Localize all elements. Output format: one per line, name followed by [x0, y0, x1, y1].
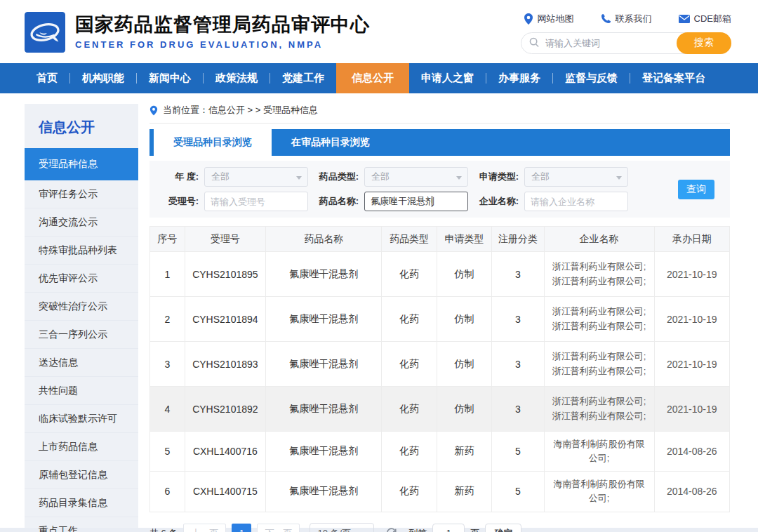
refresh-icon[interactable]	[385, 527, 397, 532]
sidebar-item-marketed-drugs[interactable]: 上市药品信息	[25, 433, 138, 461]
sidebar-item-review-tasks[interactable]: 审评任务公示	[25, 180, 138, 208]
cell-reg-class: 3	[492, 252, 544, 297]
cell-drug-type: 化药	[382, 342, 437, 387]
brand-text: 国家药品监督管理局药品审评中心 CENTER FOR DRUG EVALUATI…	[75, 13, 370, 49]
page-size-select[interactable]: 10 条/页	[310, 523, 374, 532]
goto-confirm-button[interactable]: 确定	[485, 524, 521, 532]
site-search-button[interactable]: 搜索	[677, 32, 731, 54]
year-label: 年 度:	[152, 171, 199, 183]
table-row[interactable]: 2 CYHS2101894 氟康唑干混悬剂 化药 仿制 3 浙江普利药业有限公司…	[150, 297, 730, 342]
filter-acceptance-no: 受理号:	[152, 192, 312, 211]
table-header-row: 序号 受理号 药品名称 药品类型 申请类型 注册分类 企业名称 承办日期	[150, 227, 730, 252]
tab-under-review-catalog[interactable]: 在审品种目录浏览	[272, 129, 390, 156]
drug-name-input[interactable]	[364, 192, 468, 211]
table-row[interactable]: 5 CXHL1400716 氟康唑干混悬剂 化药 新药 5 海南普利制药股份有限…	[150, 432, 730, 472]
query-button[interactable]: 查询	[678, 180, 714, 199]
results-table: 序号 受理号 药品名称 药品类型 申请类型 注册分类 企业名称 承办日期 1 C…	[149, 226, 730, 512]
cell-drug-name: 氟康唑干混悬剂	[266, 297, 382, 342]
page-size-value: 10 条/页	[317, 527, 351, 532]
cell-reg-class: 5	[492, 432, 544, 472]
tab-accepted-catalog[interactable]: 受理品种目录浏览	[154, 129, 272, 156]
sidebar-item-special-approval[interactable]: 特殊审批品种列表	[25, 237, 138, 265]
sidebar-item-drug-catalog[interactable]: 药品目录集信息	[25, 489, 138, 517]
year-select[interactable]: 全部	[204, 167, 308, 187]
drug-type-select[interactable]: 全部	[364, 167, 468, 187]
nav-item-home[interactable]: 首页	[25, 63, 69, 93]
sidebar-item-key-work[interactable]: 重点工作	[25, 517, 138, 532]
sidebar: 信息公开 受理品种信息 审评任务公示 沟通交流公示 特殊审批品种列表 优先审评公…	[25, 104, 138, 528]
chevron-down-icon	[456, 176, 462, 180]
cde-mail-label: CDE邮箱	[694, 13, 731, 25]
cde-mail-link[interactable]: CDE邮箱	[679, 13, 731, 25]
cell-drug-type: 化药	[382, 297, 437, 342]
cell-reg-class: 3	[492, 387, 544, 432]
nav-item-supervision[interactable]: 监督与反馈	[553, 63, 630, 93]
cell-acceptance-no: CXHL1400716	[185, 432, 266, 472]
cell-date: 2014-08-26	[654, 432, 729, 472]
cell-company: 浙江普利药业有限公司;浙江普利药业有限公司;	[544, 297, 654, 342]
chevron-down-icon	[361, 528, 369, 532]
chevron-down-icon	[296, 176, 302, 180]
nav-item-registration-platform[interactable]: 登记备案平台	[630, 63, 717, 93]
top-header: 国家药品监督管理局药品审评中心 CENTER FOR DRUG EVALUATI…	[0, 0, 758, 63]
table-row[interactable]: 1 CYHS2101895 氟康唑干混悬剂 化药 仿制 3 浙江普利药业有限公司…	[150, 252, 730, 297]
breadcrumb: 当前位置：信息公开 > > 受理品种信息	[149, 104, 730, 124]
nav-item-party[interactable]: 党建工作	[270, 63, 336, 93]
chevron-down-icon	[616, 176, 622, 180]
text-cursor	[432, 196, 432, 207]
apply-type-select-value: 全部	[531, 171, 550, 183]
contact-label: 联系我们	[616, 13, 652, 25]
nav-item-policy[interactable]: 政策法规	[204, 63, 270, 93]
next-page-button[interactable]: 下一页	[257, 524, 300, 532]
content: 信息公开 受理品种信息 审评任务公示 沟通交流公示 特殊审批品种列表 优先审评公…	[0, 93, 758, 528]
location-pin-icon	[149, 105, 158, 116]
sitemap-link[interactable]: 网站地图	[524, 13, 574, 25]
cell-index: 4	[150, 387, 185, 432]
filter-panel: 年 度: 全部 药品类型: 全部 申请类型:	[149, 161, 730, 218]
sidebar-item-clinical-trial-license[interactable]: 临床试验默示许可	[25, 405, 138, 433]
goto-page-input[interactable]	[432, 524, 465, 532]
search-icon	[529, 37, 540, 51]
cell-acceptance-no: CYHS2101892	[185, 387, 266, 432]
cell-date: 2021-10-19	[654, 252, 729, 297]
page-number-1[interactable]: 1	[232, 524, 251, 532]
nav-item-applicant[interactable]: 申请人之窗	[409, 63, 486, 93]
drug-type-label: 药品类型:	[312, 171, 359, 183]
drug-name-label: 药品名称:	[312, 195, 359, 208]
cde-swan-logo-icon	[25, 12, 65, 53]
sidebar-item-excipients-registration[interactable]: 原辅包登记信息	[25, 461, 138, 489]
cell-reg-class: 3	[492, 297, 544, 342]
col-apply-type: 申请类型	[437, 227, 491, 252]
main-nav: 首页 机构职能 新闻中心 政策法规 党建工作 信息公开 申请人之窗 办事服务 监…	[0, 63, 758, 93]
filter-company: 企业名称:	[472, 192, 632, 211]
main-panel: 当前位置：信息公开 > > 受理品种信息 受理品种目录浏览 在审品种目录浏览 年…	[149, 104, 730, 528]
mail-icon	[679, 15, 690, 23]
table-row-highlighted[interactable]: 4 CYHS2101892 氟康唑干混悬剂 化药 仿制 3 浙江普利药业有限公司…	[150, 387, 730, 432]
table-row[interactable]: 6 CXHL1400715 氟康唑干混悬剂 化药 新药 5 海南普利制药股份有限…	[150, 472, 730, 512]
prev-page-button[interactable]: 上一页	[183, 524, 226, 532]
cell-company: 浙江普利药业有限公司;浙江普利药业有限公司;	[544, 252, 654, 297]
sidebar-item-three-in-one[interactable]: 三合一序列公示	[25, 321, 138, 349]
col-date: 承办日期	[654, 227, 729, 252]
acceptance-no-input[interactable]	[204, 192, 308, 211]
sidebar-item-common-issues[interactable]: 共性问题	[25, 377, 138, 405]
year-select-value: 全部	[211, 171, 230, 183]
apply-type-select[interactable]: 全部	[524, 167, 628, 187]
nav-item-news[interactable]: 新闻中心	[137, 63, 203, 93]
pagination: 共 6 条 上一页 1 下一页 10 条/页 到第 页 确定	[149, 523, 730, 532]
company-input[interactable]	[524, 192, 628, 211]
nav-item-info-disclosure[interactable]: 信息公开	[336, 63, 409, 93]
cell-apply-type: 仿制	[437, 252, 491, 297]
sidebar-item-communication[interactable]: 沟通交流公示	[25, 208, 138, 237]
cell-index: 1	[150, 252, 185, 297]
contact-link[interactable]: 联系我们	[601, 13, 652, 25]
filter-year: 年 度: 全部	[152, 167, 312, 187]
sidebar-item-priority-review[interactable]: 优先审评公示	[25, 265, 138, 293]
nav-item-functions[interactable]: 机构职能	[70, 63, 136, 93]
sidebar-item-accepted-varieties[interactable]: 受理品种信息	[25, 148, 138, 180]
sidebar-item-delivery-info[interactable]: 送达信息	[25, 349, 138, 377]
sidebar-item-breakthrough-therapy[interactable]: 突破性治疗公示	[25, 293, 138, 321]
table-row[interactable]: 3 CYHS2101893 氟康唑干混悬剂 化药 仿制 3 浙江普利药业有限公司…	[150, 342, 730, 387]
nav-item-services[interactable]: 办事服务	[486, 63, 552, 93]
cell-company: 浙江普利药业有限公司;浙江普利药业有限公司;	[544, 342, 654, 387]
